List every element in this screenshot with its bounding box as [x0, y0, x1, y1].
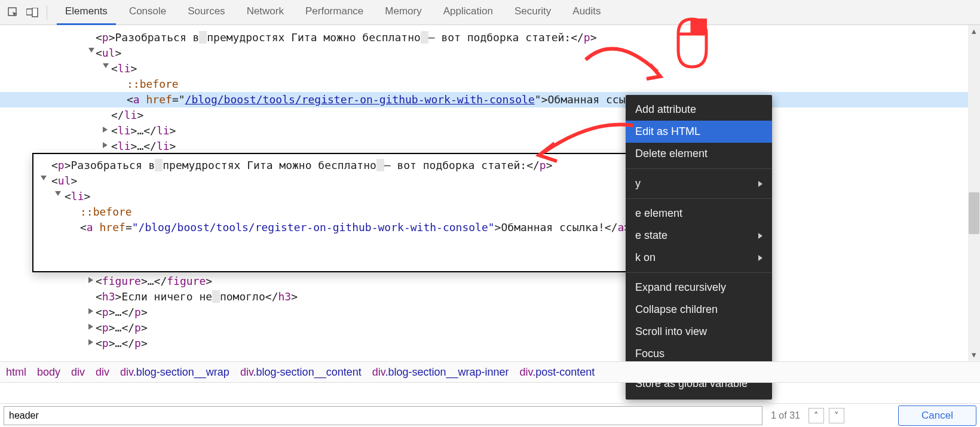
- tab-network[interactable]: Network: [238, 0, 292, 25]
- breadcrumb-item[interactable]: div.blog-section__content: [240, 366, 362, 379]
- ctx-force-state[interactable]: e state: [626, 225, 772, 247]
- scroll-thumb[interactable]: [969, 192, 979, 234]
- svg-rect-2: [32, 8, 38, 17]
- breadcrumb-item[interactable]: div.post-content: [520, 366, 595, 379]
- breadcrumb-item[interactable]: html: [6, 366, 26, 379]
- select-element-icon[interactable]: [5, 4, 22, 21]
- tree-row[interactable]: <li>…</li>: [0, 123, 980, 139]
- breadcrumb-item[interactable]: body: [37, 366, 60, 379]
- tree-row[interactable]: <li>: [0, 61, 980, 76]
- breadcrumb-item[interactable]: div.blog-section__wrap-inner: [372, 366, 509, 379]
- ctx-scroll-into-view[interactable]: Scroll into view: [626, 321, 772, 343]
- tab-security[interactable]: Security: [506, 0, 559, 25]
- tab-elements[interactable]: Elements: [57, 0, 116, 25]
- find-bar: 1 of 31 ˄ ˅ Cancel: [0, 403, 980, 427]
- chevron-right-icon: [758, 255, 762, 261]
- tree-row[interactable]: <figure>…</figure>: [0, 274, 980, 289]
- ctx-hide-element[interactable]: e element: [626, 202, 772, 225]
- vertical-scrollbar[interactable]: ▴ ▾: [968, 25, 980, 361]
- tree-row[interactable]: <p>…</p>: [0, 336, 980, 351]
- ctx-separator: [626, 168, 772, 169]
- breadcrumb-item[interactable]: div: [96, 366, 109, 379]
- scroll-down-icon[interactable]: ▾: [968, 349, 980, 361]
- breadcrumb-item[interactable]: div: [71, 366, 85, 379]
- context-menu: Add attribute Edit as HTML Delete elemen…: [626, 95, 772, 400]
- tree-row[interactable]: <p>Разобраться в премудростях Гита можно…: [0, 30, 980, 45]
- ctx-separator: [626, 272, 772, 273]
- panel-tabs: Elements Console Sources Network Perform…: [57, 0, 610, 25]
- tree-row[interactable]: ::before: [0, 76, 980, 92]
- find-next-button[interactable]: ˅: [829, 408, 844, 423]
- find-prev-button[interactable]: ˄: [808, 408, 824, 423]
- device-toolbar-icon[interactable]: [24, 4, 41, 21]
- ctx-break-on[interactable]: k on: [626, 247, 772, 269]
- cancel-button[interactable]: Cancel: [898, 406, 976, 426]
- tree-row[interactable]: </li>: [0, 107, 980, 123]
- ctx-delete-element[interactable]: Delete element: [626, 143, 772, 165]
- tab-audits[interactable]: Audits: [564, 0, 609, 25]
- ctx-separator: [626, 198, 772, 199]
- tab-memory[interactable]: Memory: [376, 0, 430, 25]
- ctx-copy[interactable]: y: [626, 173, 772, 195]
- tree-row[interactable]: <li>…</li>: [0, 139, 980, 154]
- breadcrumb-trail[interactable]: htmlbodydivdivdiv.blog-section__wrapdiv.…: [0, 361, 980, 383]
- tree-row-selected[interactable]: <a href="/blog/boost/tools/register-on-g…: [0, 92, 980, 107]
- chevron-right-icon: [758, 181, 762, 187]
- tree-row[interactable]: <p>…</p>: [0, 305, 980, 320]
- ctx-add-attribute[interactable]: Add attribute: [626, 99, 772, 121]
- tab-console[interactable]: Console: [121, 0, 174, 25]
- chevron-right-icon: [758, 233, 762, 239]
- toolbar-divider: [47, 5, 47, 20]
- edit-as-html-box[interactable]: <p>Разобраться в премудростях Гита можно…: [32, 153, 659, 272]
- ctx-edit-as-html[interactable]: Edit as HTML: [626, 121, 772, 143]
- find-input[interactable]: [4, 406, 762, 425]
- breadcrumb-item[interactable]: div.blog-section__wrap: [120, 366, 229, 379]
- find-result-count: 1 of 31: [767, 410, 804, 421]
- tab-sources[interactable]: Sources: [179, 0, 233, 25]
- tree-row[interactable]: <p>…</p>: [0, 320, 980, 336]
- devtools-toolbar: Elements Console Sources Network Perform…: [0, 0, 980, 25]
- tab-application[interactable]: Application: [435, 0, 501, 25]
- svg-rect-0: [8, 8, 16, 16]
- tree-row[interactable]: <ul>: [0, 45, 980, 61]
- tab-performance[interactable]: Performance: [297, 0, 372, 25]
- scroll-up-icon[interactable]: ▴: [968, 25, 980, 37]
- tree-row[interactable]: <h3>Если ничего не помогло</h3>: [0, 289, 980, 305]
- ctx-collapse-children[interactable]: Collapse children: [626, 299, 772, 321]
- ctx-expand-recursively[interactable]: Expand recursively: [626, 277, 772, 299]
